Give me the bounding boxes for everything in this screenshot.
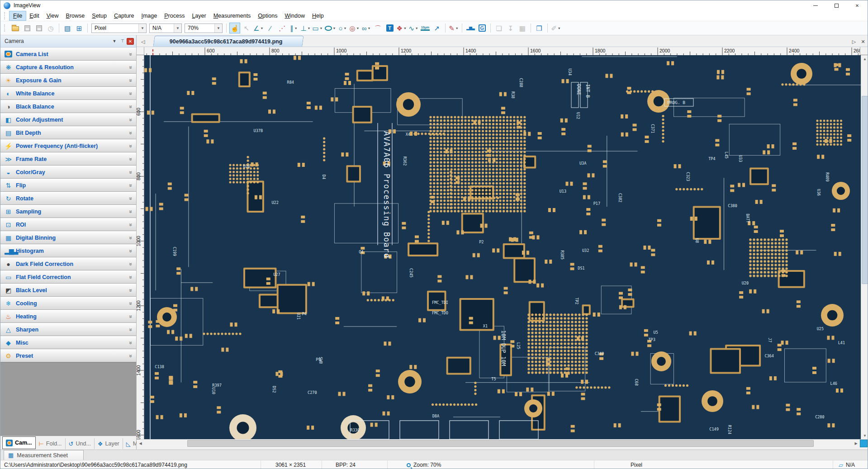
panel-item-misc[interactable]: ◆Misc» xyxy=(0,336,136,349)
panel-item-flat-field-correction[interactable]: ▭Flat Field Correction» xyxy=(0,270,136,284)
scroll-right-icon[interactable]: ▶ xyxy=(852,440,860,447)
menu-item-process[interactable]: Process xyxy=(161,11,188,20)
vertical-scroll-thumb[interactable] xyxy=(862,96,868,284)
panel-item-sharpen[interactable]: △Sharpen» xyxy=(0,323,136,336)
panel-item-dark-field-correction[interactable]: ●Dark Field Correction» xyxy=(0,257,136,270)
panel-item-roi[interactable]: ⊡ROI» xyxy=(0,218,136,231)
expand-chevron-icon[interactable]: » xyxy=(128,289,134,292)
panel-item-black-level[interactable]: ◩Black Level» xyxy=(0,284,136,297)
calibration-button[interactable]: ✎▼ xyxy=(448,23,459,33)
panel-item-flip[interactable]: ⇅Flip» xyxy=(0,179,136,192)
menu-item-view[interactable]: View xyxy=(43,11,62,20)
scroll-down-icon[interactable]: ▼ xyxy=(861,432,868,439)
expand-chevron-icon[interactable]: » xyxy=(128,157,134,161)
horizontal-scrollbar[interactable]: ◀ ▶ xyxy=(137,439,868,447)
dropdown-arrow-icon[interactable]: ▼ xyxy=(403,27,407,30)
grayscale-button[interactable]: G xyxy=(477,23,488,33)
expand-chevron-icon[interactable]: » xyxy=(128,262,134,265)
polyline-tool-button[interactable]: ⋰ xyxy=(276,23,287,33)
expand-chevron-icon[interactable]: » xyxy=(128,275,134,279)
panel-item-capture-resolution[interactable]: ❋Capture & Resolution» xyxy=(0,61,136,74)
browse-images-button[interactable]: ▧ xyxy=(62,23,73,33)
zoom-combo[interactable]: 70%▼ xyxy=(185,24,223,33)
unit-combo[interactable]: Pixel▼ xyxy=(91,24,147,33)
menu-item-layer[interactable]: Layer xyxy=(188,11,209,20)
panel-item-heating[interactable]: ♨Heating» xyxy=(0,310,136,323)
side-tab-cam[interactable]: Cam... xyxy=(2,436,36,449)
vertical-scroll-track[interactable] xyxy=(861,62,868,432)
panel-item-histogram[interactable]: ▂▆▃Histogram» xyxy=(0,244,136,257)
tab-scroll-right-icon[interactable]: ▷ xyxy=(849,37,859,47)
arrow-tool-button[interactable]: ↗ xyxy=(432,23,442,33)
horizontal-scroll-track[interactable] xyxy=(144,440,852,447)
dropdown-arrow-icon[interactable]: ▼ xyxy=(344,27,347,30)
horizontal-scroll-thumb[interactable] xyxy=(187,440,814,447)
angle-tool-button[interactable]: ∠▼ xyxy=(253,23,264,33)
panel-item-color-gray[interactable]: ◒Color/Gray» xyxy=(0,166,136,179)
expand-chevron-icon[interactable]: » xyxy=(128,354,134,357)
expand-chevron-icon[interactable]: » xyxy=(128,315,134,318)
dropdown-arrow-icon[interactable]: ▼ xyxy=(415,27,418,30)
tab-close-icon[interactable]: ✕ xyxy=(859,37,868,47)
open-button[interactable] xyxy=(10,23,21,33)
menu-item-browse[interactable]: Browse xyxy=(62,11,89,20)
combo-arrow-icon[interactable]: ▼ xyxy=(138,24,146,33)
expand-chevron-icon[interactable]: » xyxy=(128,236,134,239)
expand-chevron-icon[interactable]: » xyxy=(128,341,134,344)
expand-chevron-icon[interactable]: » xyxy=(128,52,134,56)
panel-item-black-balance[interactable]: ◑Black Balance» xyxy=(0,100,136,113)
menu-item-capture[interactable]: Capture xyxy=(110,11,138,20)
panel-item-exposure-gain[interactable]: ☀Exposure & Gain» xyxy=(0,74,136,87)
combo-arrow-icon[interactable]: ▼ xyxy=(174,24,181,33)
minimize-button[interactable] xyxy=(805,0,826,10)
thumbnail-grid-button[interactable]: ⊞ xyxy=(74,23,85,33)
expand-chevron-icon[interactable]: » xyxy=(128,302,134,305)
panel-item-power-frequency-anti-flicker[interactable]: ⚡Power Frequency (Anti-flicker)» xyxy=(0,139,136,152)
close-button[interactable]: ✕ xyxy=(847,0,868,10)
expand-chevron-icon[interactable]: » xyxy=(128,144,134,147)
pan-hand-button[interactable]: ☝ xyxy=(229,23,240,33)
menu-item-edit[interactable]: Edit xyxy=(26,11,43,20)
expand-chevron-icon[interactable]: » xyxy=(128,105,134,108)
side-tab-fold[interactable]: ⊢Fold... xyxy=(36,438,66,449)
expand-chevron-icon[interactable]: » xyxy=(128,249,134,252)
panel-close-icon[interactable]: ✕ xyxy=(127,38,134,45)
scroll-corner-button[interactable] xyxy=(860,440,868,447)
menu-item-help[interactable]: Help xyxy=(308,11,327,20)
dropdown-arrow-icon[interactable]: ▼ xyxy=(307,27,310,30)
panel-item-bit-depth[interactable]: ▤Bit Depth» xyxy=(0,126,136,139)
side-tab-layer[interactable]: ❖Layer xyxy=(95,438,123,449)
expand-chevron-icon[interactable]: » xyxy=(128,131,134,134)
scroll-left-icon[interactable]: ◀ xyxy=(137,440,144,447)
expand-chevron-icon[interactable]: » xyxy=(128,118,134,121)
histogram-button[interactable]: ▂▆▃ xyxy=(465,23,476,33)
clipboard-button[interactable]: ❒ xyxy=(534,23,545,33)
panel-item-rotate[interactable]: ↻Rotate» xyxy=(0,192,136,205)
panel-item-sampling[interactable]: ⊞Sampling» xyxy=(0,205,136,218)
dropdown-arrow-icon[interactable]: ▼ xyxy=(367,27,370,30)
expand-chevron-icon[interactable]: » xyxy=(128,171,134,174)
spline-tool-button[interactable]: ∿▼ xyxy=(408,23,419,33)
perpendicular-tool-button[interactable]: ⊥▼ xyxy=(300,23,311,33)
tab-scroll-left-icon[interactable]: ◁ xyxy=(138,37,147,47)
panel-item-white-balance[interactable]: ◐White Balance» xyxy=(0,87,136,100)
expand-chevron-icon[interactable]: » xyxy=(128,197,134,200)
polygon-tool-button[interactable]: ❖▼ xyxy=(396,23,407,33)
scroll-up-icon[interactable]: ▲ xyxy=(861,55,868,62)
menu-item-window[interactable]: Window xyxy=(281,11,308,20)
expand-chevron-icon[interactable]: » xyxy=(128,66,134,69)
menu-item-image[interactable]: Image xyxy=(138,11,161,20)
menu-item-options[interactable]: Options xyxy=(254,11,281,20)
dropdown-arrow-icon[interactable]: ▼ xyxy=(333,27,336,30)
dropdown-arrow-icon[interactable]: ▼ xyxy=(558,27,561,30)
panel-item-camera-list[interactable]: Camera List» xyxy=(0,47,136,61)
rectangle-tool-button[interactable]: ▭▼ xyxy=(312,23,323,33)
scalebar-button[interactable]: 10μm xyxy=(420,23,431,33)
dropdown-arrow-icon[interactable]: ▼ xyxy=(320,27,323,30)
panel-item-frame-rate[interactable]: ≫Frame Rate» xyxy=(0,152,136,166)
document-tab[interactable]: 90e966a3acc59c98c617aca89d974419.png xyxy=(153,36,304,47)
pin-icon[interactable]: ⊤ xyxy=(119,38,127,45)
dropdown-arrow-icon[interactable]: ▼ xyxy=(356,27,360,30)
line-tool-button[interactable]: ∕ xyxy=(265,23,275,33)
expand-chevron-icon[interactable]: » xyxy=(128,184,134,187)
